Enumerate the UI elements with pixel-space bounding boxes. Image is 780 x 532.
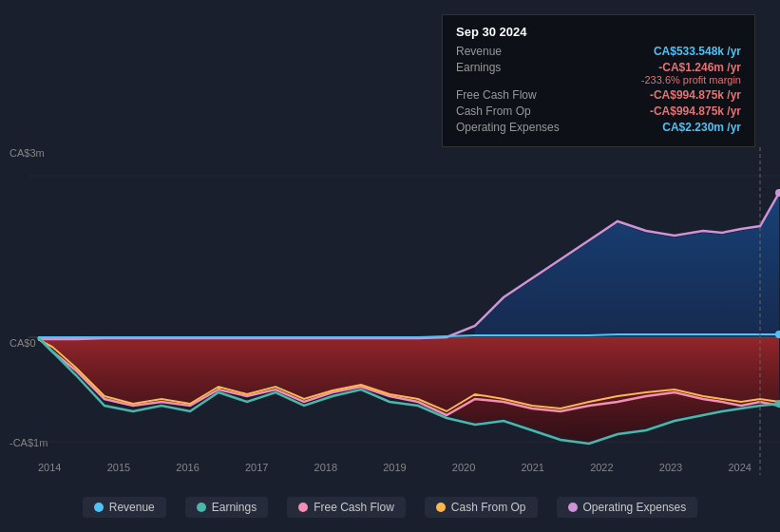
chart-svg (0, 147, 780, 475)
tooltip-value-earnings: -CA$1.246m /yr (641, 61, 741, 74)
tooltip-row-revenue: Revenue CA$533.548k /yr (456, 45, 741, 58)
x-label-2018: 2018 (314, 462, 337, 473)
legend-item-earnings[interactable]: Earnings (185, 497, 268, 518)
x-label-2021: 2021 (521, 462, 543, 473)
legend-label-opex: Operating Expenses (583, 501, 687, 514)
legend-dot-fcf (298, 503, 308, 512)
legend-label-cashfromop: Cash From Op (451, 501, 526, 514)
tooltip-row-fcf: Free Cash Flow -CA$994.875k /yr (456, 88, 741, 102)
legend-dot-earnings (197, 503, 206, 512)
x-axis-labels: 2014 2015 2016 2017 2018 2019 2020 2021 … (0, 462, 780, 473)
tooltip-label-cashfromop: Cash From Op (456, 104, 570, 118)
legend-label-earnings: Earnings (212, 501, 257, 514)
legend-item-cashfromop[interactable]: Cash From Op (425, 497, 538, 518)
tooltip-value-opex: CA$2.230m /yr (662, 121, 741, 134)
opex-dot (775, 189, 780, 197)
legend-label-fcf: Free Cash Flow (314, 501, 394, 514)
x-label-2022: 2022 (590, 462, 613, 473)
x-label-2016: 2016 (176, 462, 199, 473)
tooltip-label-opex: Operating Expenses (456, 121, 570, 134)
legend-dot-revenue (94, 503, 104, 512)
x-label-2017: 2017 (245, 462, 268, 473)
opex-fill (475, 195, 779, 337)
x-label-2015: 2015 (107, 462, 130, 473)
legend-item-fcf[interactable]: Free Cash Flow (287, 497, 406, 518)
tooltip-value-cashfromop: -CA$994.875k /yr (650, 104, 741, 118)
tooltip-label-fcf: Free Cash Flow (456, 88, 570, 102)
x-label-2019: 2019 (383, 462, 406, 473)
tooltip-date: Sep 30 2024 (456, 25, 741, 39)
legend-dot-opex (568, 503, 578, 512)
x-label-2020: 2020 (452, 462, 475, 473)
tooltip-label-revenue: Revenue (456, 45, 570, 58)
tooltip-sub-earnings: -233.6% profit margin (641, 74, 741, 86)
legend-dot-cashfromop (436, 503, 446, 512)
data-tooltip: Sep 30 2024 Revenue CA$533.548k /yr Earn… (442, 14, 755, 147)
tooltip-value-revenue: CA$533.548k /yr (654, 45, 741, 58)
tooltip-value-fcf: -CA$994.875k /yr (650, 88, 741, 102)
chart-area (0, 147, 780, 475)
x-label-2023: 2023 (659, 462, 682, 473)
x-label-2014: 2014 (38, 462, 61, 473)
tooltip-row-earnings: Earnings -CA$1.246m /yr -233.6% profit m… (456, 61, 741, 86)
x-label-2024: 2024 (728, 462, 751, 473)
legend-label-revenue: Revenue (109, 501, 155, 514)
chart-legend: Revenue Earnings Free Cash Flow Cash Fro… (0, 497, 780, 518)
tooltip-label-earnings: Earnings (456, 61, 570, 74)
tooltip-row-cashfromop: Cash From Op -CA$994.875k /yr (456, 104, 741, 118)
legend-item-revenue[interactable]: Revenue (83, 497, 166, 518)
tooltip-row-opex: Operating Expenses CA$2.230m /yr (456, 121, 741, 134)
legend-item-opex[interactable]: Operating Expenses (557, 497, 698, 518)
